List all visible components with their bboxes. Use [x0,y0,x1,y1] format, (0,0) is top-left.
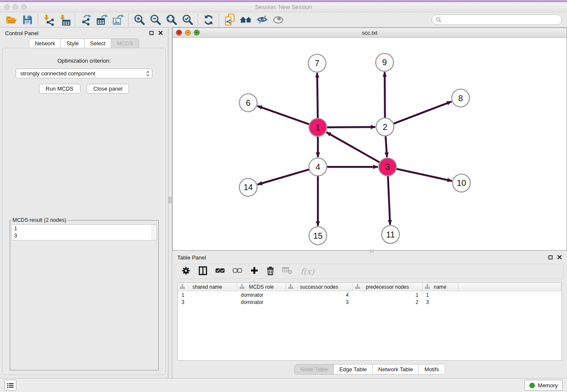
table-row[interactable]: 3dominator323 [178,298,561,306]
open-session-icon[interactable] [3,14,19,26]
close-panel-icon[interactable] [557,254,562,261]
table-tab-bar: Node TableEdge TableNetwork TableMotifs [172,361,567,378]
main-toolbar [0,12,567,28]
import-network-icon[interactable] [41,14,57,26]
control-panel-title: Control Panel [5,30,39,36]
select-all-icon[interactable] [215,268,225,275]
export-table-icon[interactable] [94,14,110,26]
apply-layout-icon[interactable] [201,14,217,26]
show-task-history-button[interactable] [4,380,17,391]
float-panel-icon[interactable] [149,30,154,36]
memory-label: Memory [538,382,558,389]
table-toolbar: f(x) [176,264,564,279]
graph-edge-4-14[interactable] [258,169,309,185]
first-neighbors-icon[interactable] [238,14,254,26]
column-flatten-icon[interactable] [180,284,185,290]
splitter-grip[interactable] [169,197,171,203]
clone-network-icon[interactable] [222,14,238,26]
tab-motifs[interactable]: Motifs [419,364,445,374]
criterion-select[interactable]: strongly connected component [16,69,152,78]
column-flatten-icon[interactable] [288,284,293,290]
create-column-icon[interactable] [250,266,259,276]
workspace-column: ✕ − + scc.txt 7968124314101511 Table Pan… [172,28,567,378]
graph-edge-1-6[interactable] [257,106,309,124]
column-flatten-icon[interactable] [355,284,360,290]
close-panel-icon[interactable] [158,30,163,36]
graph-edge-3-11[interactable] [388,176,390,225]
column-header-predecessor-nodes[interactable]: predecessor nodes [352,283,422,291]
result-scrollbar[interactable] [151,225,157,240]
graph-edge-1-2[interactable] [327,127,375,127]
tab-select[interactable]: Select [85,39,111,48]
export-network-icon[interactable] [78,14,94,26]
graph-edge-2-8[interactable] [394,102,452,124]
zoom-selected-icon[interactable] [179,14,195,26]
column-header-MCDS-role[interactable]: MCDS role [237,283,286,291]
network-graph: 7968124314101511 [173,38,567,250]
import-table-icon[interactable] [57,14,73,26]
splitter-grip[interactable] [370,250,374,252]
zoom-in-icon[interactable] [131,14,147,26]
control-panel-header: Control Panel [0,28,168,39]
table-panel-header: Table Panel [172,252,567,263]
toolbar-separator [128,14,129,26]
vertical-splitter[interactable] [168,28,172,378]
deselect-all-icon[interactable] [233,268,242,275]
graph-edge-2-9[interactable] [385,72,385,118]
column-flatten-icon[interactable] [425,284,430,290]
tab-node-table[interactable]: Node Table [295,364,334,374]
graph-edge-3-1[interactable] [326,132,380,163]
column-header-shared-name[interactable]: shared name [178,283,237,291]
list-icon [7,383,14,388]
export-image-icon[interactable] [110,14,126,26]
run-mcds-button[interactable]: Run MCDS [39,84,80,94]
function-builder-icon[interactable]: f(x) [300,267,314,276]
tab-style[interactable]: Style [61,39,85,48]
tab-mcds[interactable]: MCDS [111,39,139,48]
save-session-icon[interactable] [19,14,36,26]
column-flatten-icon[interactable] [239,284,245,290]
search-field[interactable] [432,14,562,25]
toggle-column-display-icon[interactable] [198,266,207,277]
network-canvas[interactable]: 7968124314101511 [173,38,567,250]
float-panel-icon[interactable] [548,254,553,261]
window-title: Session: New Session [0,4,567,10]
tab-edge-table[interactable]: Edge Table [334,364,373,374]
graph-node-label-3: 3 [385,162,390,171]
graph-node-label-7: 7 [315,58,319,68]
delete-table-icon[interactable] [282,267,292,276]
graph-node-label-8: 8 [458,94,463,103]
network-view-window: ✕ − + scc.txt 7968124314101511 [172,28,567,251]
node-table[interactable]: shared nameMCDS rolesuccessor nodesprede… [177,282,562,361]
graph-edge-1-7[interactable] [317,73,318,118]
tab-network-table[interactable]: Network Table [373,364,419,374]
graph-node-label-2: 2 [383,122,387,132]
delete-columns-icon[interactable] [267,266,274,277]
mcds-result-area[interactable]: 1 3 [11,224,157,240]
main-area: Control Panel NetworkStyleSelectMCDS Opt… [0,28,567,378]
toolbar-separator [75,14,76,26]
tab-network[interactable]: Network [29,39,61,48]
show-graphics-details-icon[interactable] [270,14,286,26]
table-settings-icon[interactable] [182,266,190,277]
zoom-out-icon[interactable] [147,14,163,26]
zoom-fit-icon[interactable] [163,14,179,26]
graph-edge-2-3[interactable] [385,136,387,157]
table-row[interactable]: 1dominator411 [178,291,561,299]
mcds-result-text: 1 3 [12,225,157,240]
hide-graphics-icon[interactable] [254,14,270,26]
memory-button[interactable]: Memory [524,380,563,391]
column-header-successor-nodes[interactable]: successor nodes [286,283,352,291]
status-bar: Memory [0,378,567,392]
window-titlebar: Session: New Session [0,2,567,12]
graph-edge-3-10[interactable] [396,169,452,181]
column-header-name[interactable]: name [422,283,458,291]
search-input[interactable] [444,16,558,23]
graph-node-label-1: 1 [316,123,320,132]
control-panel-tabs: NetworkStyleSelectMCDS [0,39,168,48]
network-window-title: scc.txt [173,30,567,36]
close-panel-button[interactable]: Close panel [87,84,129,94]
toolbar-separator [219,14,220,26]
mcds-result-title: MCDS result (2 nodes) [11,217,68,223]
horizontal-splitter[interactable] [172,251,567,252]
